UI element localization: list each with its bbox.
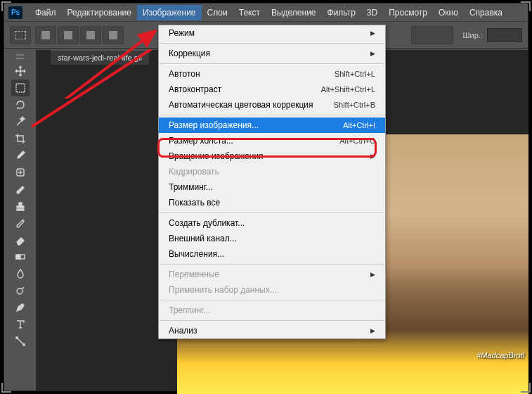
menu-item-shortcut: Alt+Ctrl+I bbox=[343, 121, 375, 129]
menu-item-label: Анализ bbox=[169, 326, 197, 336]
selection-new-button[interactable] bbox=[35, 26, 56, 44]
selection-subtract-button[interactable] bbox=[80, 26, 101, 44]
app-window: Ps ФайлРедактированиеИзображениеСлоиТекс… bbox=[4, 3, 528, 391]
menu-item-label: Размер холста... bbox=[169, 136, 233, 146]
svg-rect-5 bbox=[16, 337, 18, 338]
menu-separator bbox=[160, 300, 384, 300]
blur-tool[interactable] bbox=[11, 265, 30, 282]
eyedropper-tool[interactable] bbox=[11, 147, 30, 164]
menu-текст[interactable]: Текст bbox=[233, 5, 266, 20]
menu-просмотр[interactable]: Просмотр bbox=[383, 5, 433, 20]
watermark-text: #MadcapBrotl bbox=[476, 351, 524, 360]
menu-item-label: Размер изображения... bbox=[169, 120, 259, 130]
menu-изображение[interactable]: Изображение bbox=[137, 5, 202, 20]
move-tool[interactable] bbox=[11, 63, 30, 80]
history-brush-tool[interactable] bbox=[11, 215, 30, 231]
menu-item-shortcut: Shift+Ctrl+B bbox=[334, 101, 375, 109]
selection-add-button[interactable] bbox=[58, 26, 79, 44]
lasso-icon bbox=[15, 99, 26, 110]
heal-icon bbox=[15, 167, 26, 178]
menu-separator bbox=[160, 320, 384, 321]
menu-item[interactable]: Вращение изображения bbox=[159, 148, 385, 164]
selection-intersect-button[interactable] bbox=[103, 26, 124, 44]
menu-item[interactable]: Тримминг... bbox=[159, 179, 385, 195]
brush-tool[interactable] bbox=[11, 181, 30, 198]
menu-item-shortcut: Alt+Shift+Ctrl+L bbox=[321, 85, 375, 94]
menu-фильтр[interactable]: Фильтр bbox=[322, 5, 361, 20]
menu-item[interactable]: Анализ bbox=[159, 323, 385, 338]
menu-item: Кадрировать bbox=[159, 164, 385, 179]
menu-item[interactable]: Размер изображения...Alt+Ctrl+I bbox=[159, 117, 385, 133]
menu-separator bbox=[160, 115, 384, 115]
menu-item[interactable]: АвтотонShift+Ctrl+L bbox=[159, 66, 385, 82]
menu-выделение[interactable]: Выделение bbox=[266, 5, 322, 20]
crop-tool[interactable] bbox=[11, 130, 30, 147]
frame-corner-icon bbox=[1, 383, 11, 393]
menu-item[interactable]: АвтоконтрастAlt+Shift+Ctrl+L bbox=[159, 82, 385, 97]
menu-item-shortcut: Shift+Ctrl+L bbox=[335, 70, 375, 78]
wand-tool[interactable] bbox=[11, 113, 30, 130]
menu-item[interactable]: Автоматическая цветовая коррекцияShift+C… bbox=[159, 97, 385, 113]
menu-item-label: Автотон bbox=[169, 69, 200, 79]
selection-mode-group bbox=[35, 26, 124, 44]
frame-corner-icon bbox=[1, 1, 11, 11]
svg-point-4 bbox=[17, 288, 22, 294]
menu-item[interactable]: Внешний канал... bbox=[159, 231, 385, 246]
menu-окно[interactable]: Окно bbox=[433, 5, 464, 20]
menubar: Ps ФайлРедактированиеИзображениеСлоиТекс… bbox=[4, 4, 528, 22]
pen-tool[interactable] bbox=[11, 299, 30, 316]
menu-item[interactable]: Коррекция bbox=[159, 46, 385, 61]
blur-icon bbox=[15, 268, 26, 279]
frame-corner-icon bbox=[521, 383, 531, 393]
brush-icon bbox=[15, 184, 26, 195]
menu-item[interactable]: Режим bbox=[159, 25, 385, 41]
menu-item-label: Тримминг... bbox=[169, 182, 213, 192]
menu-справка[interactable]: Справка bbox=[464, 5, 508, 20]
menu-редактирование[interactable]: Редактирование bbox=[62, 5, 137, 20]
menu-separator bbox=[160, 212, 384, 213]
dodge-tool[interactable] bbox=[11, 282, 30, 299]
document-tab[interactable]: star-wars-jedi-real-life.gif bbox=[51, 50, 149, 65]
frame-corner-icon bbox=[521, 1, 531, 11]
marquee-preset-button[interactable] bbox=[10, 26, 31, 44]
eyedropper-icon bbox=[15, 150, 26, 161]
type-icon bbox=[15, 319, 26, 330]
menu-item-label: Создать дубликат... bbox=[169, 218, 245, 228]
menu-item-label: Автоматическая цветовая коррекция bbox=[169, 100, 313, 110]
svg-rect-6 bbox=[23, 344, 25, 345]
menu-item[interactable]: Размер холста...Alt+Ctrl+C bbox=[159, 133, 385, 148]
dodge-icon bbox=[15, 285, 26, 296]
menu-слои[interactable]: Слои bbox=[202, 5, 233, 20]
lasso-tool[interactable] bbox=[11, 96, 30, 113]
menu-item-label: Внешний канал... bbox=[169, 234, 237, 243]
menu-item[interactable]: Создать дубликат... bbox=[159, 215, 385, 231]
image-menu-dropdown: РежимКоррекцияАвтотонShift+Ctrl+LАвтокон… bbox=[158, 25, 386, 339]
menu-item-label: Треппинг... bbox=[169, 305, 210, 315]
menu-3d[interactable]: 3D bbox=[361, 5, 383, 20]
palette-grip-icon[interactable] bbox=[16, 54, 25, 60]
crop-icon bbox=[15, 133, 26, 144]
stamp-tool[interactable] bbox=[11, 198, 30, 215]
menu-item: Применить набор данных... bbox=[159, 282, 385, 298]
eraser-tool[interactable] bbox=[11, 231, 30, 248]
marquee-icon bbox=[15, 82, 26, 94]
marquee-tool[interactable] bbox=[11, 80, 30, 96]
menu-separator bbox=[160, 43, 384, 44]
width-label: Шир.: bbox=[463, 31, 483, 39]
svg-rect-0 bbox=[16, 84, 25, 92]
heal-tool[interactable] bbox=[11, 164, 30, 181]
width-input[interactable] bbox=[487, 28, 522, 42]
menu-separator bbox=[160, 63, 384, 64]
eraser-icon bbox=[15, 234, 26, 246]
menu-файл[interactable]: Файл bbox=[30, 5, 62, 20]
style-dropdown[interactable] bbox=[411, 26, 453, 44]
menu-item-label: Режим bbox=[169, 28, 195, 38]
svg-rect-3 bbox=[16, 255, 20, 259]
menu-item[interactable]: Показать все bbox=[159, 195, 385, 210]
path-select-tool[interactable] bbox=[11, 333, 30, 350]
stamp-icon bbox=[15, 201, 26, 212]
gradient-tool[interactable] bbox=[11, 248, 30, 265]
type-tool[interactable] bbox=[11, 316, 30, 333]
menu-item-label: Переменные bbox=[169, 269, 219, 279]
menu-item[interactable]: Вычисления... bbox=[159, 246, 385, 262]
